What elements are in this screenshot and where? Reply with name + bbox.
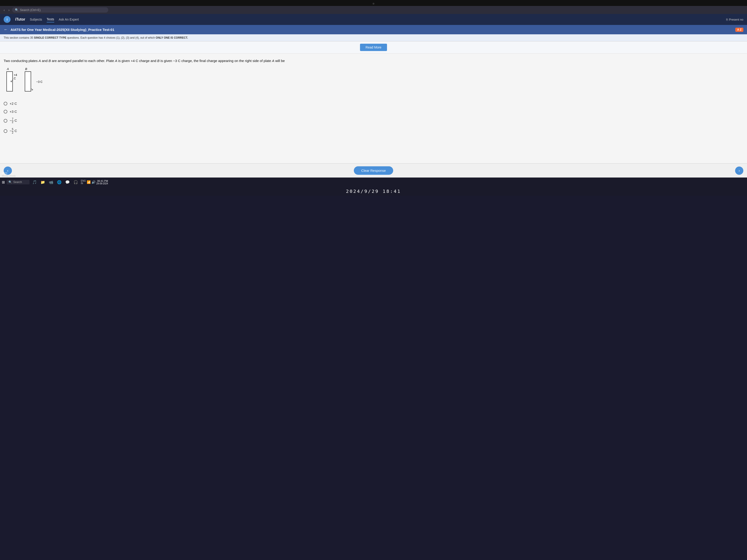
read-more-button[interactable]: Read More	[360, 44, 387, 51]
read-more-area: Read More	[0, 42, 747, 54]
timestamp-overlay: 2024/9/29 18:41	[0, 187, 747, 196]
eng-badge: ENGIN	[81, 180, 86, 185]
taskbar-app-5[interactable]: 💬	[64, 179, 71, 185]
plate-a-label: A	[7, 67, 9, 71]
radio-3[interactable]	[4, 119, 7, 123]
options-list: +2 C +3 C − 7 2 C	[4, 102, 743, 134]
weather-temp: 24°C	[2, 172, 16, 175]
search-placeholder: Search (Ctrl+E)	[20, 8, 41, 12]
present-icon: ⎘	[726, 18, 728, 21]
radio-4[interactable]	[4, 129, 7, 133]
section-info-text: This section contains 35 SINGLE CORRECT …	[4, 36, 188, 39]
arrow-icon: ↙	[10, 78, 14, 83]
plate-b-container: B −3 C ↘	[25, 71, 31, 91]
browser-forward-button[interactable]: ›	[7, 8, 10, 12]
option-3[interactable]: − 7 2 C	[4, 117, 743, 124]
option-2-text: +3 C	[9, 110, 17, 113]
bottom-action-bar: ‹ Clear Response ›	[0, 163, 747, 178]
test-back-arrow[interactable]: ←	[4, 27, 8, 32]
plate-b-label: B	[25, 67, 27, 71]
fraction-7-2: 7 2	[12, 117, 14, 124]
option-1-text: +2 C	[9, 102, 17, 105]
plate-b-charge-label: −3 C	[36, 80, 43, 83]
weather-condition: Mostly cloudy	[2, 175, 16, 177]
taskbar-search-icon: 🔍	[8, 181, 12, 184]
taskbar-app-1[interactable]: 🎵	[31, 179, 38, 185]
taskbar-app-3[interactable]: 📹	[48, 179, 54, 185]
next-button[interactable]: ›	[735, 166, 743, 175]
nav-ask-expert[interactable]: Ask An Expert	[59, 17, 79, 22]
main-content: Two conducting plates A and B are arrang…	[0, 54, 747, 163]
taskbar-app-2[interactable]: 📁	[40, 179, 46, 185]
browser-search-bar[interactable]: 🔍 Search (Ctrl+E)	[12, 7, 108, 12]
screen-bezel: ‹ › 🔍 Search (Ctrl+E) i iTutor Subjects …	[0, 0, 747, 196]
option-2[interactable]: +3 C	[4, 110, 743, 113]
test-title: AIATS for One Year Medical-2025(XII Stud…	[10, 28, 114, 32]
option-4-text: − 5 2 C	[9, 128, 17, 134]
question-text: Two conducting plates A and B are arrang…	[4, 58, 743, 63]
app-name: iTutor	[15, 18, 25, 22]
search-icon: 🔍	[15, 8, 19, 12]
radio-1[interactable]	[4, 102, 7, 105]
wifi-icon: 📶	[87, 180, 91, 184]
plates-diagram: A +4 C ↙ B −3 C ↘	[4, 69, 31, 92]
system-time: 06:41 PM 29-09-2024	[96, 180, 108, 185]
fraction-5-2: 5 2	[12, 128, 14, 134]
taskbar-app-spotify[interactable]: 🎧	[73, 179, 79, 185]
taskbar-search-bar[interactable]: 🔍 Search	[7, 180, 29, 184]
radio-2[interactable]	[4, 110, 7, 113]
volume-icon: 🔊	[92, 180, 96, 184]
weather-info: 24°C Mostly cloudy	[2, 172, 16, 177]
nav-tests[interactable]: Tests	[47, 17, 54, 22]
app-logo: i	[4, 16, 10, 23]
browser-window: ‹ › 🔍 Search (Ctrl+E) i iTutor Subjects …	[0, 6, 747, 178]
taskbar: ⊞ 🔍 Search 🎵 📁 📹 🌐 💬 🎧 ENGIN 📶 🔊 06:41 P…	[0, 178, 747, 187]
app-header: i iTutor Subjects Tests Ask An Expert ⎘ …	[0, 14, 747, 25]
arrow-down-icon: ↘	[30, 86, 33, 91]
present-button[interactable]: ⎘ Present no	[726, 18, 743, 21]
system-tray: ENGIN 📶 🔊 06:41 PM 29-09-2024	[81, 180, 108, 185]
plate-a-charge-label: +4 C	[14, 73, 17, 80]
plate-a-container: A +4 C ↙	[6, 71, 13, 91]
test-header-banner: ← AIATS for One Year Medical-2025(XII St…	[0, 25, 747, 34]
camera-dot	[372, 3, 375, 5]
browser-back-button[interactable]: ‹	[3, 8, 6, 12]
option-1[interactable]: +2 C	[4, 102, 743, 105]
start-button[interactable]: ⊞	[2, 180, 5, 184]
option-3-text: − 7 2 C	[9, 117, 17, 124]
taskbar-search-label: Search	[13, 181, 22, 184]
taskbar-app-4[interactable]: 🌐	[56, 179, 62, 185]
nav-subjects[interactable]: Subjects	[30, 17, 42, 22]
option-4[interactable]: − 5 2 C	[4, 128, 743, 134]
az-badge: A Z	[735, 28, 743, 32]
clear-response-button[interactable]: Clear Response	[354, 166, 393, 175]
browser-topbar: ‹ › 🔍 Search (Ctrl+E)	[0, 6, 747, 14]
section-info-bar: This section contains 35 SINGLE CORRECT …	[0, 34, 747, 42]
